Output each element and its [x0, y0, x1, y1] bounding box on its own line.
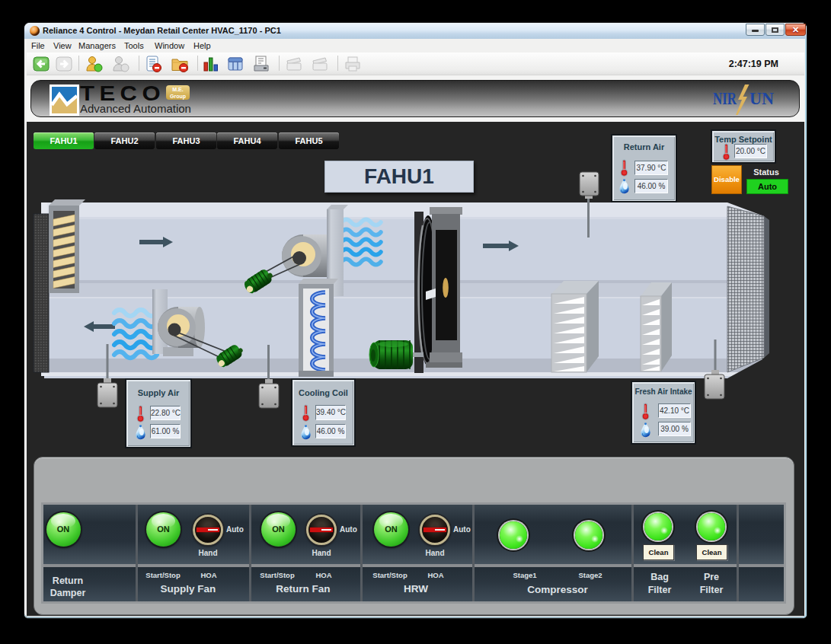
- svg-text:NIR: NIR: [713, 88, 737, 108]
- svg-text:UN: UN: [749, 88, 775, 108]
